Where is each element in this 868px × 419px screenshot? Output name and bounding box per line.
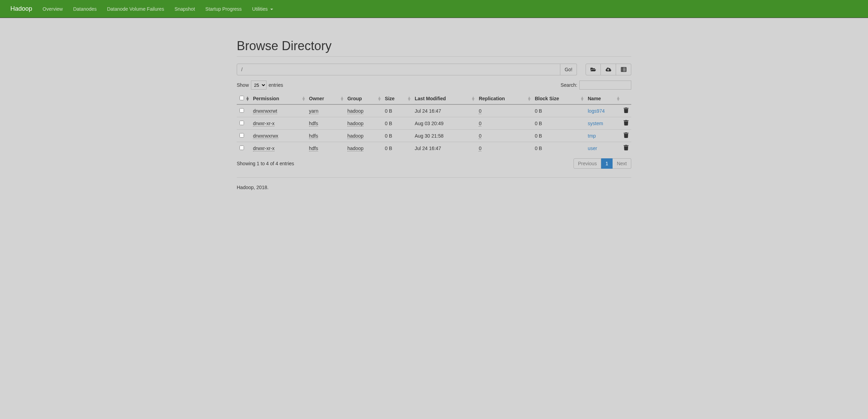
owner-cell: yarn xyxy=(309,108,318,114)
owner-cell: hdfs xyxy=(309,121,318,127)
path-input-group: Go! xyxy=(237,64,577,75)
upload-button[interactable] xyxy=(601,64,616,75)
sort-icon: ▴▾ xyxy=(302,96,305,101)
replication-cell: 0 xyxy=(479,146,481,151)
col-owner[interactable]: Owner▴▾ xyxy=(306,93,345,104)
group-cell: hadoop xyxy=(347,108,364,114)
sort-icon: ▴▾ xyxy=(408,96,410,101)
permission-cell: drwxrwxrwx xyxy=(253,133,278,139)
trash-icon xyxy=(624,120,629,125)
modified-cell: Jul 24 16:47 xyxy=(412,142,476,155)
size-cell: 0 B xyxy=(382,117,412,130)
replication-cell: 0 xyxy=(479,133,481,139)
name-link[interactable]: logs974 xyxy=(588,108,605,114)
show-entries: Show 25 entries xyxy=(237,81,283,90)
modified-cell: Aug 30 21:58 xyxy=(412,130,476,142)
file-table: ▴▾ Permission▴▾ Owner▴▾ Group▴▾ Size▴▾ L… xyxy=(237,93,631,154)
block-size-cell: 0 B xyxy=(532,142,585,155)
replication-cell: 0 xyxy=(479,121,481,127)
open-folder-button[interactable] xyxy=(586,64,601,75)
row-checkbox[interactable] xyxy=(239,133,244,138)
col-name[interactable]: Name▴▾ xyxy=(585,93,621,104)
search-box: Search: xyxy=(561,81,631,90)
select-all-checkbox[interactable] xyxy=(239,96,244,100)
sort-icon: ▴▾ xyxy=(472,96,474,101)
page-header: Browse Directory xyxy=(237,25,631,57)
delete-button[interactable] xyxy=(624,121,629,127)
row-checkbox[interactable] xyxy=(239,121,244,125)
name-link[interactable]: system xyxy=(588,121,603,126)
table-row: drwxr-xr-xhdfshadoop0 BJul 24 16:4700 Bu… xyxy=(237,142,631,155)
col-replication[interactable]: Replication▴▾ xyxy=(476,93,532,104)
sort-icon: ▴▾ xyxy=(528,96,531,101)
delete-button[interactable] xyxy=(624,146,629,151)
search-input[interactable] xyxy=(579,81,631,90)
modified-cell: Aug 03 20:49 xyxy=(412,117,476,130)
col-actions xyxy=(621,93,631,104)
pagination-next[interactable]: Next xyxy=(613,158,631,169)
path-input[interactable] xyxy=(237,64,560,75)
entries-select[interactable]: 25 xyxy=(251,81,266,90)
pagination: Previous 1 Next xyxy=(573,158,631,169)
nav-utilities-label: Utilities xyxy=(252,6,268,12)
name-link[interactable]: user xyxy=(588,146,597,151)
col-block-size[interactable]: Block Size▴▾ xyxy=(532,93,585,104)
table-info: Showing 1 to 4 of 4 entries xyxy=(237,161,294,166)
size-cell: 0 B xyxy=(382,104,412,117)
col-size[interactable]: Size▴▾ xyxy=(382,93,412,104)
trash-icon xyxy=(624,145,629,150)
footer: Hadoop, 2018. xyxy=(237,177,631,197)
nav-overview[interactable]: Overview xyxy=(37,1,68,17)
sort-icon: ▴▾ xyxy=(246,96,249,101)
go-button[interactable]: Go! xyxy=(560,64,577,75)
entries-label: entries xyxy=(269,82,283,88)
page-title: Browse Directory xyxy=(237,39,631,53)
sort-icon: ▴▾ xyxy=(617,96,620,101)
delete-button[interactable] xyxy=(624,109,629,114)
cloud-upload-icon xyxy=(606,67,611,72)
nav-utilities[interactable]: Utilities xyxy=(247,1,278,17)
caret-down-icon xyxy=(270,9,273,10)
table-row: drwxrwxrwtyarnhadoop0 BJul 24 16:4700 Bl… xyxy=(237,104,631,117)
sort-icon: ▴▾ xyxy=(581,96,584,101)
nav-startup-progress[interactable]: Startup Progress xyxy=(200,1,247,17)
group-cell: hadoop xyxy=(347,146,364,151)
group-cell: hadoop xyxy=(347,121,364,127)
group-cell: hadoop xyxy=(347,133,364,139)
name-link[interactable]: tmp xyxy=(588,133,596,139)
permission-cell: drwxr-xr-x xyxy=(253,121,274,127)
navbar: Hadoop Overview Datanodes Datanode Volum… xyxy=(0,0,868,18)
nav-list: Overview Datanodes Datanode Volume Failu… xyxy=(37,6,278,12)
table-row: drwxr-xr-xhdfshadoop0 BAug 03 20:4900 Bs… xyxy=(237,117,631,130)
col-last-modified[interactable]: Last Modified▴▾ xyxy=(412,93,476,104)
block-size-cell: 0 B xyxy=(532,117,585,130)
list-button[interactable] xyxy=(616,64,631,75)
show-label: Show xyxy=(237,82,249,88)
replication-cell: 0 xyxy=(479,108,481,114)
modified-cell: Jul 24 16:47 xyxy=(412,104,476,117)
delete-button[interactable] xyxy=(624,133,629,139)
footer-text: Hadoop, 2018. xyxy=(237,185,631,190)
list-icon xyxy=(621,67,626,72)
nav-snapshot[interactable]: Snapshot xyxy=(169,1,200,17)
nav-datanodes[interactable]: Datanodes xyxy=(68,1,102,17)
row-checkbox[interactable] xyxy=(239,108,244,113)
sort-icon: ▴▾ xyxy=(378,96,381,101)
pagination-page-1[interactable]: 1 xyxy=(601,158,613,169)
permission-cell: drwxr-xr-x xyxy=(253,146,274,151)
owner-cell: hdfs xyxy=(309,133,318,139)
col-permission[interactable]: Permission▴▾ xyxy=(250,93,306,104)
size-cell: 0 B xyxy=(382,142,412,155)
table-row: drwxrwxrwxhdfshadoop0 BAug 30 21:5800 Bt… xyxy=(237,130,631,142)
row-checkbox[interactable] xyxy=(239,146,244,150)
trash-icon xyxy=(624,108,629,113)
col-group[interactable]: Group▴▾ xyxy=(345,93,382,104)
pagination-previous[interactable]: Previous xyxy=(573,158,601,169)
sort-icon: ▴▾ xyxy=(341,96,343,101)
size-cell: 0 B xyxy=(382,130,412,142)
brand-link[interactable]: Hadoop xyxy=(5,0,37,18)
action-button-group xyxy=(586,64,631,75)
folder-open-icon xyxy=(590,67,596,72)
nav-datanode-volume-failures[interactable]: Datanode Volume Failures xyxy=(102,1,169,17)
col-checkbox[interactable]: ▴▾ xyxy=(237,93,250,104)
